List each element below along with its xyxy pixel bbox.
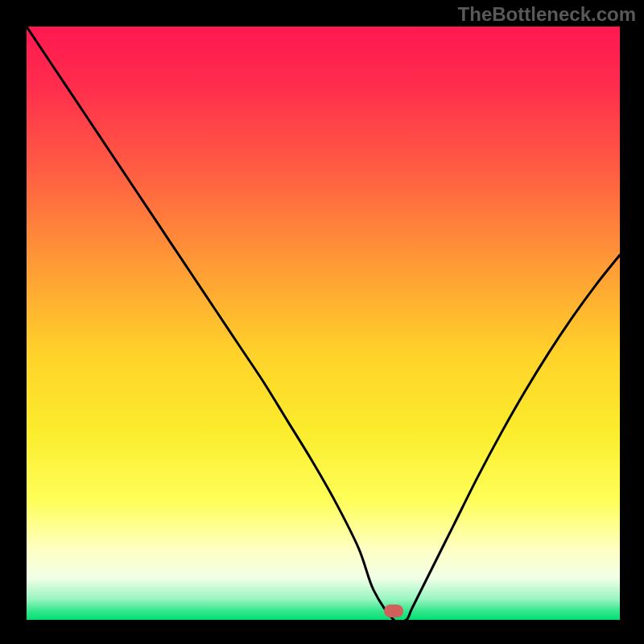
- chart-container: TheBottleneck.com: [0, 0, 644, 644]
- bottleneck-curve: [27, 27, 620, 620]
- optimal-point-marker: [384, 605, 403, 617]
- plot-area: [27, 27, 620, 620]
- watermark-text: TheBottleneck.com: [458, 3, 636, 26]
- curve-layer: [27, 27, 620, 620]
